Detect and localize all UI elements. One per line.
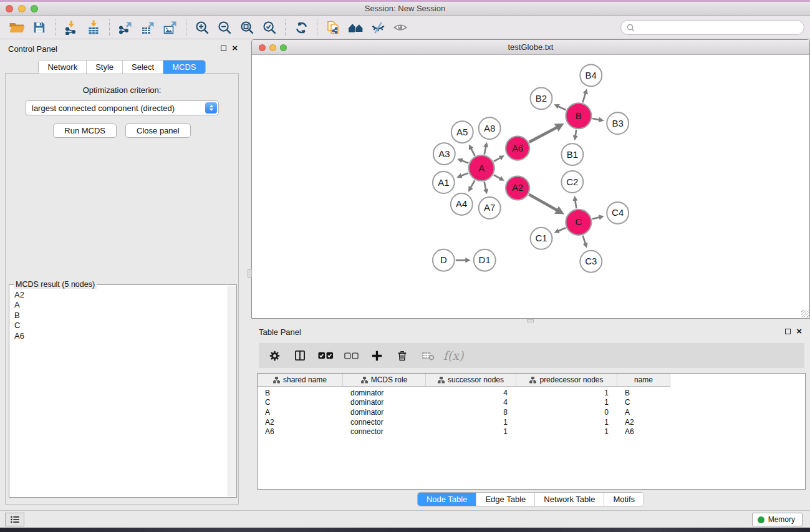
export-table-button[interactable]	[137, 18, 159, 37]
add-row-button[interactable]	[369, 347, 385, 364]
edge-A-A5[interactable]	[471, 148, 475, 156]
node-A1[interactable]: A1	[433, 172, 455, 193]
minimize-window-button[interactable]	[18, 5, 26, 12]
node-A8[interactable]: A8	[479, 117, 501, 139]
search-input[interactable]	[638, 22, 798, 32]
tab-style[interactable]: Style	[86, 60, 122, 74]
edge-A-A4[interactable]	[471, 180, 475, 188]
clone-network-button[interactable]	[322, 18, 344, 37]
deselect-all-columns-button[interactable]	[343, 347, 359, 364]
show-columns-button[interactable]	[292, 347, 308, 364]
tab-edge-table[interactable]: Edge Table	[476, 493, 534, 506]
column-header-successor-nodes[interactable]: successor nodes	[426, 374, 516, 386]
table-settings-button[interactable]	[266, 347, 282, 364]
window-resize-grip[interactable]	[801, 310, 809, 317]
zoom-out-button[interactable]	[213, 18, 236, 37]
column-header-predecessor-nodes[interactable]: predecessor nodes	[516, 374, 617, 386]
edge-A-A2[interactable]	[494, 175, 501, 178]
zoom-in-button[interactable]	[191, 18, 213, 37]
node-B4[interactable]: B4	[580, 64, 602, 86]
edge-B-B3[interactable]	[592, 118, 600, 120]
node-A6[interactable]: A6	[506, 137, 529, 160]
column-header-mcds-role[interactable]: MCDS role	[343, 374, 426, 386]
node-C2[interactable]: C2	[561, 171, 583, 193]
close-network-window-button[interactable]	[259, 44, 266, 51]
node-D1[interactable]: D1	[474, 249, 496, 271]
node-A2[interactable]: A2	[506, 177, 529, 200]
criterion-dropdown[interactable]: largest connected component (directed)	[25, 100, 219, 115]
node-C[interactable]: C	[566, 210, 591, 235]
node-A3[interactable]: A3	[433, 143, 455, 165]
zoom-network-window-button[interactable]	[280, 44, 287, 51]
node-D[interactable]: D	[433, 249, 455, 271]
import-network-button[interactable]	[60, 18, 82, 37]
refresh-button[interactable]	[290, 18, 312, 37]
split-divider-handle-left[interactable]	[248, 269, 252, 278]
table-row[interactable]: Cdominator41C	[258, 398, 805, 408]
node-B1[interactable]: B1	[561, 143, 583, 165]
tab-motifs[interactable]: Motifs	[604, 493, 644, 506]
float-table-panel-icon[interactable]	[785, 329, 791, 334]
function-builder-button[interactable]: f(x)	[445, 347, 461, 364]
mcds-result-item[interactable]: A6	[14, 331, 227, 341]
mcds-result-item[interactable]: A2	[14, 290, 227, 300]
zoom-fit-button[interactable]	[236, 18, 258, 37]
column-header-name[interactable]: name	[617, 374, 670, 386]
edge-A-A1[interactable]	[461, 173, 468, 176]
home-networks-button[interactable]	[344, 18, 367, 37]
table-row[interactable]: Adominator80A	[258, 407, 805, 417]
close-window-button[interactable]	[6, 5, 13, 12]
edge-C-C2[interactable]	[575, 200, 576, 208]
edge-A-A6[interactable]	[494, 158, 501, 162]
edge-A-A8[interactable]	[485, 147, 486, 155]
close-panel-icon[interactable]: ×	[232, 45, 238, 51]
edge-C-C3[interactable]	[583, 236, 586, 244]
delete-table-button[interactable]	[420, 347, 436, 364]
network-window-titlebar[interactable]: testGlobe.txt	[252, 40, 809, 55]
node-B3[interactable]: B3	[607, 112, 629, 134]
edge-C-C4[interactable]	[592, 217, 600, 219]
export-image-button[interactable]	[159, 18, 181, 37]
run-mcds-button[interactable]: Run MCDS	[53, 123, 117, 138]
network-canvas[interactable]: B4B2BB3A5A8A6B1A3AC2A1A2A4A7CC4C1C3DD1	[252, 56, 809, 318]
mcds-result-item[interactable]: C	[14, 321, 227, 331]
edge-B-B2[interactable]	[558, 106, 566, 110]
column-header-shared-name[interactable]: shared name	[258, 374, 343, 386]
mcds-result-item[interactable]: B	[14, 311, 227, 321]
edge-B-B4[interactable]	[582, 93, 586, 102]
float-panel-icon[interactable]	[221, 46, 226, 51]
node-A[interactable]: A	[469, 155, 494, 181]
zoom-selected-button[interactable]	[258, 18, 281, 37]
zoom-window-button[interactable]	[31, 5, 38, 12]
import-table-button[interactable]	[82, 18, 105, 37]
edge-A-A7[interactable]	[485, 182, 486, 190]
node-B2[interactable]: B2	[531, 87, 552, 109]
close-panel-button[interactable]: Close panel	[125, 123, 191, 138]
save-session-button[interactable]	[28, 18, 51, 37]
edge-A6-B[interactable]	[529, 127, 557, 142]
node-A4[interactable]: A4	[451, 193, 473, 215]
edge-C-C1[interactable]	[558, 228, 566, 231]
node-C3[interactable]: C3	[580, 251, 602, 273]
show-all-button[interactable]	[389, 18, 412, 37]
tab-mcds[interactable]: MCDS	[163, 60, 205, 74]
tab-network-table[interactable]: Network Table	[534, 493, 604, 506]
node-A5[interactable]: A5	[451, 121, 473, 143]
mcds-result-scrollbar[interactable]	[228, 286, 236, 496]
table-row[interactable]: A2connector11A2	[258, 417, 805, 427]
edge-A2-C[interactable]	[529, 195, 557, 211]
node-C1[interactable]: C1	[531, 228, 552, 249]
close-table-panel-icon[interactable]: ×	[796, 328, 802, 334]
delete-rows-button[interactable]	[394, 347, 410, 364]
table-row[interactable]: Bdominator41B	[258, 388, 805, 398]
table-row[interactable]: A6connector11A6	[258, 427, 805, 437]
node-C4[interactable]: C4	[607, 202, 629, 224]
edge-A-A3[interactable]	[461, 160, 468, 163]
select-all-columns-button[interactable]	[317, 347, 334, 364]
tab-select[interactable]: Select	[122, 60, 163, 74]
tab-network[interactable]: Network	[39, 60, 86, 74]
show-panel-list-button[interactable]	[5, 513, 24, 526]
memory-button[interactable]: Memory	[752, 513, 803, 526]
open-session-button[interactable]	[6, 18, 28, 37]
mcds-result-item[interactable]: A	[14, 300, 227, 310]
